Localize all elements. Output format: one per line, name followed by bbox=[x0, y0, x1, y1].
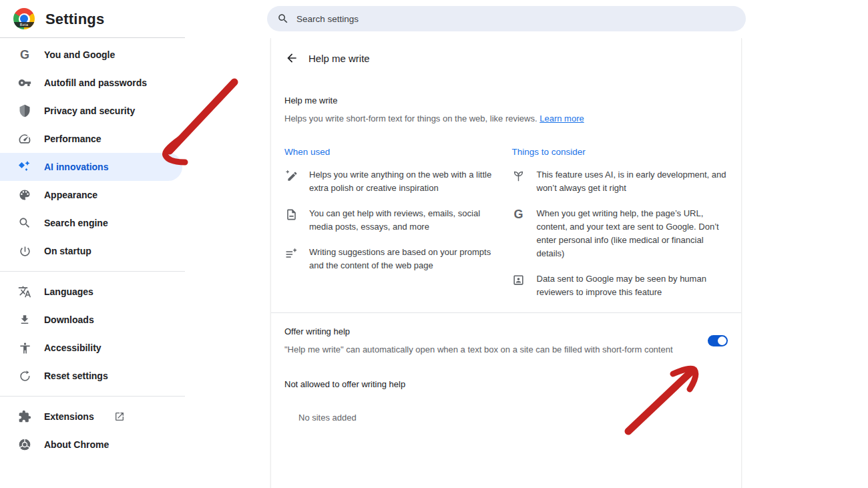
sidebar-divider bbox=[0, 271, 185, 272]
help-me-write-panel: Help me write Help me write Helps you wr… bbox=[270, 38, 742, 488]
sidebar-item-label: AI innovations bbox=[44, 162, 108, 172]
app-header: Beta Settings bbox=[0, 0, 868, 38]
sidebar-item-label: Accessibility bbox=[44, 342, 101, 353]
things-to-consider-column: Things to consider This feature uses AI,… bbox=[512, 146, 728, 311]
document-icon bbox=[284, 208, 298, 221]
sidebar-item-search-engine[interactable]: Search engine bbox=[0, 209, 185, 237]
feature-description: Helps you write short-form text for thin… bbox=[284, 112, 728, 126]
shield-icon bbox=[18, 104, 31, 117]
sidebar-item-on-startup[interactable]: On startup bbox=[0, 237, 185, 265]
search-input[interactable] bbox=[296, 14, 736, 24]
list-item-text: Data sent to Google may be seen by human… bbox=[537, 272, 728, 299]
translate-icon bbox=[18, 285, 31, 298]
list-item: Writing suggestions are based on your pr… bbox=[284, 246, 501, 272]
sidebar-item-label: Appearance bbox=[44, 190, 97, 200]
offer-writing-help-description: "Help me write" can automatically open w… bbox=[284, 343, 693, 356]
settings-search-bar[interactable] bbox=[267, 6, 746, 31]
sidebar-item-label: Search engine bbox=[44, 218, 108, 228]
chrome-icon bbox=[18, 438, 31, 451]
things-to-consider-heading: Things to consider bbox=[512, 146, 728, 159]
when-used-column: When used Helps you write anything on th… bbox=[284, 146, 501, 311]
speedometer-icon bbox=[18, 132, 31, 146]
feature-title: Help me write bbox=[284, 94, 728, 107]
list-item: G When you get writing help, the page’s … bbox=[512, 207, 728, 260]
feature-columns: When used Helps you write anything on th… bbox=[271, 146, 741, 311]
offer-writing-help-row: Offer writing help "Help me write" can a… bbox=[271, 313, 741, 369]
google-g-icon: G bbox=[18, 48, 31, 61]
header-divider bbox=[0, 37, 185, 38]
search-icon bbox=[277, 13, 289, 25]
google-g-icon: G bbox=[512, 208, 525, 221]
sidebar-divider bbox=[0, 396, 185, 397]
offer-writing-help-title: Offer writing help bbox=[284, 325, 693, 338]
feature-description-text: Helps you write short-form text for thin… bbox=[284, 113, 537, 124]
sidebar-item-label: Languages bbox=[44, 286, 93, 297]
sidebar-item-extensions[interactable]: Extensions bbox=[0, 403, 185, 431]
key-icon bbox=[18, 76, 31, 89]
sidebar-item-languages[interactable]: Languages bbox=[0, 278, 185, 306]
list-item: You can get help with reviews, emails, s… bbox=[284, 207, 501, 234]
ai-spark-icon bbox=[18, 160, 31, 174]
list-item-text: Writing suggestions are based on your pr… bbox=[309, 246, 501, 272]
not-allowed-heading: Not allowed to offer writing help bbox=[271, 369, 741, 391]
sidebar-item-label: You and Google bbox=[44, 49, 115, 60]
accessibility-icon bbox=[18, 341, 31, 354]
list-item-text: Helps you write anything on the web with… bbox=[309, 168, 501, 195]
sidebar-item-you-and-google[interactable]: G You and Google bbox=[0, 41, 185, 69]
learn-more-link[interactable]: Learn more bbox=[539, 113, 584, 124]
reset-icon bbox=[18, 369, 31, 383]
toggle-thumb bbox=[718, 336, 726, 345]
sidebar-item-privacy[interactable]: Privacy and security bbox=[0, 97, 185, 125]
puzzle-icon bbox=[18, 410, 31, 423]
sidebar-item-label: Downloads bbox=[44, 314, 94, 325]
sidebar-item-label: Privacy and security bbox=[44, 105, 135, 116]
sidebar-item-label: Autofill and passwords bbox=[44, 77, 147, 88]
subpage-header: Help me write bbox=[271, 45, 741, 71]
power-icon bbox=[18, 244, 31, 258]
person-badge-icon bbox=[512, 273, 525, 286]
logo-beta-badge: Beta bbox=[13, 22, 35, 27]
sidebar-item-label: Extensions bbox=[44, 411, 94, 422]
subpage-title: Help me write bbox=[308, 53, 370, 64]
no-sites-added-label: No sites added bbox=[271, 411, 741, 425]
sidebar-item-label: Performance bbox=[44, 134, 101, 144]
palette-icon bbox=[18, 188, 31, 202]
sidebar-item-label: On startup bbox=[44, 246, 91, 256]
download-icon bbox=[18, 313, 31, 326]
pen-spark-icon bbox=[284, 169, 298, 182]
chrome-beta-logo-icon: Beta bbox=[13, 8, 35, 29]
list-spark-icon bbox=[284, 246, 298, 260]
back-button[interactable] bbox=[280, 46, 304, 70]
list-item: This feature uses AI, is in early develo… bbox=[512, 168, 728, 195]
sidebar-item-downloads[interactable]: Downloads bbox=[0, 306, 185, 334]
feature-intro: Help me write Helps you write short-form… bbox=[271, 94, 741, 126]
list-item: Data sent to Google may be seen by human… bbox=[512, 272, 728, 299]
list-item-text: When you get writing help, the page’s UR… bbox=[537, 207, 728, 260]
sidebar-item-label: Reset settings bbox=[44, 371, 108, 381]
offer-writing-help-text: Offer writing help "Help me write" can a… bbox=[284, 325, 693, 356]
sidebar-item-about-chrome[interactable]: About Chrome bbox=[0, 431, 185, 459]
list-item-text: This feature uses AI, is in early develo… bbox=[537, 168, 728, 195]
sidebar-item-label: About Chrome bbox=[44, 439, 109, 450]
sidebar-item-ai-innovations[interactable]: AI innovations bbox=[0, 153, 182, 181]
sidebar-item-reset-settings[interactable]: Reset settings bbox=[0, 362, 185, 390]
seedling-icon bbox=[512, 169, 525, 182]
when-used-heading: When used bbox=[284, 146, 501, 159]
settings-sidebar: G You and Google Autofill and passwords … bbox=[0, 41, 185, 459]
search-icon bbox=[18, 216, 31, 230]
arrow-back-icon bbox=[285, 51, 298, 65]
offer-writing-help-toggle[interactable] bbox=[708, 335, 728, 346]
page-title: Settings bbox=[45, 0, 104, 38]
sidebar-item-autofill[interactable]: Autofill and passwords bbox=[0, 69, 185, 97]
sidebar-item-performance[interactable]: Performance bbox=[0, 125, 185, 153]
list-item-text: You can get help with reviews, emails, s… bbox=[309, 207, 501, 234]
sidebar-item-appearance[interactable]: Appearance bbox=[0, 181, 185, 209]
list-item: Helps you write anything on the web with… bbox=[284, 168, 501, 195]
sidebar-item-accessibility[interactable]: Accessibility bbox=[0, 334, 185, 362]
open-in-new-icon bbox=[114, 411, 125, 422]
